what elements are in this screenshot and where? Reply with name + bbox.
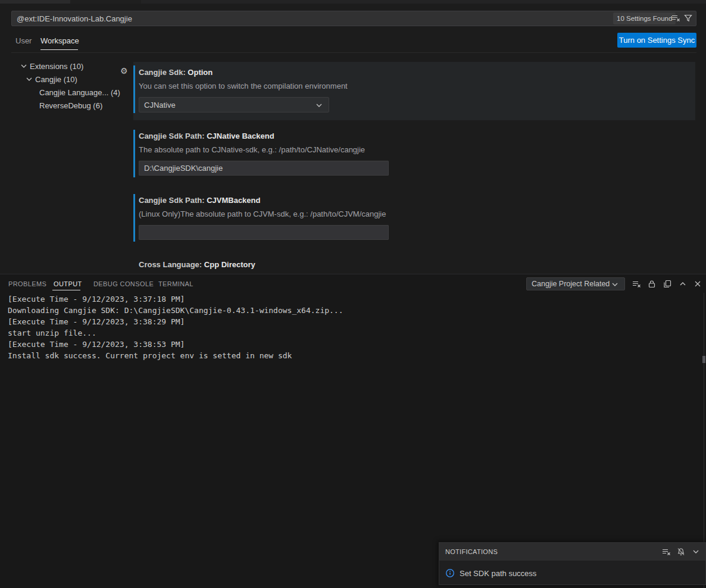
setting-title: Cangjie Sdk Path: CJNative Backend — [139, 132, 274, 140]
notification-message: Set SDK path success — [460, 569, 536, 578]
maximize-panel-icon[interactable] — [678, 279, 688, 289]
filter-icon[interactable] — [683, 13, 693, 23]
hide-notifications-icon[interactable] — [691, 547, 701, 556]
tab-workspace[interactable]: Workspace — [40, 36, 79, 45]
select-value: Cangjie Project Related — [532, 280, 610, 288]
toc-item-label: Extensions (10) — [30, 62, 83, 71]
output-channel-select[interactable]: Cangjie Project Related — [526, 277, 625, 290]
notification-item[interactable]: Set SDK path success — [439, 561, 705, 586]
header-divider — [11, 52, 696, 53]
tab-debug-console[interactable]: DEBUG CONSOLE — [93, 280, 154, 287]
sdk-option-select[interactable]: CJNative — [139, 97, 329, 112]
settings-count-badge: 10 Settings Found — [613, 12, 676, 24]
clear-filter-icon[interactable] — [671, 13, 680, 23]
settings-search-input[interactable] — [11, 11, 696, 26]
setting-name: CJVMBackend — [207, 196, 260, 205]
setting-category: Cangjie Sdk Path: — [139, 132, 207, 140]
chevron-down-icon — [610, 280, 620, 289]
setting-title: Cangjie Sdk Path: CJVMBackend — [139, 196, 260, 205]
output-line: Downloading Cangjie SDK: D:\CangjieSDK\C… — [8, 306, 343, 315]
setting-category: Cangjie Sdk: — [139, 68, 188, 77]
close-panel-icon[interactable] — [693, 279, 702, 289]
active-panel-tab-underline — [52, 290, 80, 290]
open-editor-icon[interactable] — [663, 279, 672, 289]
lock-icon[interactable] — [647, 279, 657, 289]
output-line: start unzip file... — [8, 329, 96, 337]
toc-item-reversedebug[interactable]: ReverseDebug (6) — [39, 99, 102, 112]
toc-item-cangjie-language[interactable]: Cangjie Language... (4) — [39, 86, 120, 99]
setting-description: You can set this option to switch the co… — [139, 82, 348, 90]
setting-category: Cross Language: — [139, 260, 204, 269]
panel-top-border — [0, 274, 706, 274]
setting-title: Cross Language: Cpp Directory — [139, 260, 255, 269]
chevron-down-icon — [19, 61, 29, 71]
toc-item-label: Cangjie Language... (4) — [39, 88, 120, 97]
info-icon — [445, 568, 455, 578]
cjnative-sdk-path-input[interactable] — [139, 161, 389, 176]
setting-description: (Linux Only)The absolute path to CJVM-sd… — [139, 209, 386, 218]
setting-name: Cpp Directory — [204, 260, 255, 269]
tab-problems[interactable]: PROBLEMS — [8, 280, 46, 287]
toc-item-label: ReverseDebug (6) — [39, 101, 102, 110]
setting-title: Cangjie Sdk: Option — [139, 68, 213, 77]
gear-icon[interactable]: ⚙ — [120, 66, 128, 76]
notifications-title: NOTIFICATIONS — [445, 548, 656, 555]
notifications-center: NOTIFICATIONS Set SDK path success — [439, 542, 706, 585]
modified-indicator — [133, 130, 135, 177]
toc-item-label: Cangjie (10) — [35, 75, 77, 84]
notifications-header: NOTIFICATIONS — [439, 543, 705, 561]
clear-all-notifications-icon[interactable] — [661, 547, 671, 556]
toc-item-cangjie[interactable]: Cangjie (10) — [24, 73, 77, 86]
chevron-down-icon — [314, 101, 324, 110]
tab-terminal[interactable]: TERMINAL — [158, 280, 193, 287]
output-line: [Execute Time - 9/12/2023, 3:38:29 PM] — [8, 317, 185, 326]
setting-name: CJNative Backend — [207, 132, 274, 140]
clear-output-icon[interactable] — [632, 279, 641, 289]
modified-indicator — [133, 65, 135, 113]
output-line: [Execute Time - 9/12/2023, 3:38:53 PM] — [8, 340, 185, 349]
tab-user[interactable]: User — [15, 36, 32, 45]
output-line: [Execute Time - 9/12/2023, 3:37:18 PM] — [8, 295, 185, 304]
modified-indicator — [133, 194, 135, 242]
setting-description: The absolute path to CJNative-sdk, e.g.:… — [139, 145, 365, 154]
toc-item-extensions[interactable]: Extensions (10) — [19, 60, 83, 73]
output-line: Install sdk success. Current project env… — [8, 351, 292, 360]
mute-notifications-icon[interactable] — [676, 547, 686, 556]
active-tab-underline — [40, 49, 78, 50]
chevron-down-icon — [24, 74, 34, 84]
setting-name: Option — [188, 68, 213, 77]
select-value: CJNative — [144, 101, 176, 110]
tab-output[interactable]: OUTPUT — [54, 280, 82, 287]
scrollbar-thumb[interactable] — [702, 356, 705, 363]
settings-sync-button[interactable]: Turn on Settings Sync — [617, 33, 696, 48]
cjvm-sdk-path-input[interactable] — [139, 225, 389, 240]
setting-category: Cangjie Sdk Path: — [139, 196, 207, 205]
